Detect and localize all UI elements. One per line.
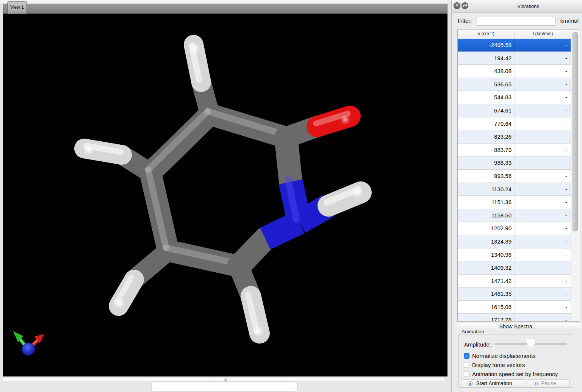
table-row[interactable]: 1158.50-	[458, 209, 571, 222]
frequency-cell[interactable]: 1481.35	[458, 287, 515, 300]
frequency-cell[interactable]: -2495.58	[458, 39, 515, 52]
intensity-cell[interactable]: -	[515, 248, 570, 261]
table-row[interactable]: 1717.78-	[458, 314, 571, 321]
table-row[interactable]: 1202.90-	[458, 222, 571, 235]
intensity-cell[interactable]: -	[515, 104, 570, 117]
table-row[interactable]: 1340.96-	[458, 248, 571, 262]
bottom-slider-track[interactable]	[3, 378, 444, 381]
checkbox-label: Normalize displacements	[472, 353, 536, 359]
table-row[interactable]: 1324.39-	[458, 235, 571, 248]
table-row[interactable]: 993.56-	[458, 170, 571, 183]
intensity-cell[interactable]: -	[515, 314, 570, 321]
frequency-cell[interactable]: 883.79	[458, 144, 515, 156]
table-row[interactable]: 674.61-	[458, 104, 571, 117]
filter-input[interactable]	[477, 17, 555, 26]
table-row[interactable]: 1151.36-	[458, 196, 571, 209]
intensity-cell[interactable]: -	[515, 287, 570, 300]
axis-z-sphere	[22, 343, 35, 356]
play-icon	[468, 381, 472, 386]
frequency-cell[interactable]: 1130.24	[458, 183, 515, 196]
panel-splitter[interactable]	[447, 0, 452, 392]
bottom-slider-handle[interactable]	[151, 381, 297, 391]
intensity-cell[interactable]: -	[515, 91, 570, 104]
bond-n-c6	[239, 222, 299, 266]
vibrations-panel: ✕ Vibrations Filter: km/mol ν (cm⁻¹) I (…	[452, 0, 582, 392]
frequency-cell[interactable]: 1324.39	[458, 235, 515, 248]
frequency-cell[interactable]: 1202.90	[458, 222, 515, 235]
display-force-vectors-checkbox[interactable]	[464, 362, 469, 368]
intensity-cell[interactable]: -	[515, 275, 570, 287]
table-row[interactable]: 823.26-	[458, 130, 571, 144]
amplitude-label: Amplitude:	[464, 341, 491, 348]
normalize-displacements-checkbox[interactable]: ✓	[464, 353, 469, 359]
table-row[interactable]: 988.33-	[458, 156, 571, 170]
frequency-cell[interactable]: 438.08	[458, 65, 515, 78]
intensity-cell[interactable]: -	[515, 78, 570, 91]
table-row[interactable]: 1130.24-	[458, 183, 571, 196]
intensity-cell[interactable]: -	[515, 196, 570, 209]
start-animation-button[interactable]: Start Animation	[462, 380, 526, 387]
table-row[interactable]: 770.64-	[458, 117, 571, 131]
frequency-cell[interactable]: 674.61	[458, 104, 515, 117]
filter-label: Filter:	[458, 17, 472, 24]
table-row[interactable]: 544.83-	[458, 91, 571, 104]
table-row[interactable]: -2495.58-	[458, 39, 571, 52]
window-top-strip	[0, 0, 447, 4]
intensity-cell[interactable]: -	[515, 39, 570, 52]
float-window-icon[interactable]	[462, 2, 468, 9]
pause-button[interactable]: Pause	[528, 380, 569, 387]
bond-c4-h	[83, 144, 150, 173]
axis-indicator	[13, 331, 44, 356]
frequency-cell[interactable]: 1151.36	[458, 196, 515, 209]
molecule-3d-viewport[interactable]	[3, 14, 447, 376]
frequency-cell[interactable]: 770.64	[458, 117, 515, 130]
frequency-cell[interactable]: 194.42	[458, 52, 515, 65]
intensity-cell[interactable]: -	[515, 52, 570, 65]
intensity-cell[interactable]: -	[515, 209, 570, 222]
intensity-cell[interactable]: -	[515, 235, 570, 248]
frequency-cell[interactable]: 1717.78	[458, 314, 515, 321]
table-scrollbar-track[interactable]	[571, 30, 580, 321]
intensity-cell[interactable]: -	[515, 301, 570, 314]
frequency-cell[interactable]: 544.83	[458, 91, 515, 104]
intensity-cell[interactable]: -	[515, 261, 570, 274]
intensity-cell[interactable]: -	[515, 130, 570, 143]
bond-c5-h	[114, 251, 168, 309]
vibrations-table-body: -2495.58-194.42-438.08-536.65-544.83-674…	[458, 39, 571, 321]
frequency-cell[interactable]: 823.26	[458, 130, 515, 143]
frequency-cell[interactable]: 1409.32	[458, 261, 515, 274]
intensity-cell[interactable]: -	[515, 170, 570, 183]
intensity-cell[interactable]: -	[515, 144, 570, 156]
frequency-cell[interactable]: 1615.06	[458, 301, 515, 314]
checkbox-label: Display force vectors	[472, 362, 525, 368]
intensity-cell[interactable]: -	[515, 222, 570, 235]
frequency-cell[interactable]: 1158.50	[458, 209, 515, 222]
table-row[interactable]: 1615.06-	[458, 301, 571, 314]
column-header-frequency[interactable]: ν (cm⁻¹)	[458, 30, 515, 38]
close-icon[interactable]: ✕	[454, 2, 460, 9]
intensity-cell[interactable]: -	[515, 156, 570, 169]
frequency-cell[interactable]: 1471.42	[458, 275, 515, 287]
table-row[interactable]: 883.79-	[458, 144, 571, 157]
frequency-cell[interactable]: 1340.96	[458, 248, 515, 261]
column-header-intensity[interactable]: I (km/mol)	[515, 30, 571, 38]
bottom-bar	[0, 376, 447, 392]
tab-view-1[interactable]: View 1	[7, 1, 27, 14]
slider-center-notch	[224, 378, 227, 381]
panel-title: Vibrations	[474, 0, 582, 12]
intensity-cell[interactable]: -	[515, 183, 570, 196]
frequency-cell[interactable]: 993.56	[458, 170, 515, 183]
animation-speed-checkbox[interactable]	[464, 371, 469, 377]
table-row[interactable]: 1471.42-	[458, 275, 571, 288]
frequency-cell[interactable]: 536.65	[458, 78, 515, 91]
main-window-area: View 1	[0, 0, 451, 392]
intensity-cell[interactable]: -	[515, 65, 570, 78]
frequency-cell[interactable]: 988.33	[458, 156, 515, 169]
table-row[interactable]: 194.42-	[458, 52, 571, 65]
table-row[interactable]: 1481.35-	[458, 287, 571, 301]
table-scrollbar-thumb[interactable]	[573, 32, 578, 231]
intensity-cell[interactable]: -	[515, 117, 570, 130]
table-row[interactable]: 1409.32-	[458, 261, 571, 275]
table-row[interactable]: 438.08-	[458, 65, 571, 78]
table-row[interactable]: 536.65-	[458, 78, 571, 91]
